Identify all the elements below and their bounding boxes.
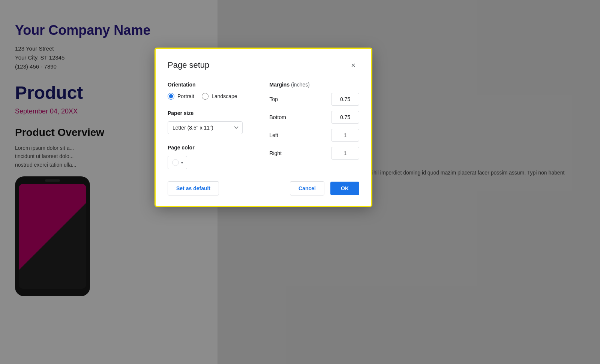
margin-top-input[interactable] [331,93,359,106]
margins-label-text: Margins [270,82,290,88]
left-section: Orientation Portrait Landscape Paper siz… [168,82,258,169]
paper-size-label: Paper size [168,110,258,116]
margin-left-row: Left [270,129,360,142]
dialog-footer: Set as default Cancel OK [168,181,359,195]
margin-left-label: Left [270,132,288,138]
portrait-label: Portrait [177,93,194,99]
dialog-body: Orientation Portrait Landscape Paper siz… [168,82,359,169]
cancel-button[interactable]: Cancel [290,181,324,195]
dialog-header: Page setup × [168,59,359,71]
page-color-group: Page color ▾ [168,145,258,169]
orientation-group: Portrait Landscape [168,93,258,100]
orientation-label: Orientation [168,82,258,88]
margin-top-row: Top [270,93,360,106]
margin-top-label: Top [270,96,288,102]
page-setup-dialog: Page setup × Orientation Portrait Landsc… [156,49,371,206]
landscape-option[interactable]: Landscape [202,93,237,100]
margins-heading: Margins (inches) [270,82,360,88]
color-dropdown-arrow: ▾ [181,161,183,165]
right-section: Margins (inches) Top Bottom Left Right [270,82,360,169]
color-circle [172,159,179,166]
portrait-radio[interactable] [168,93,174,100]
margin-bottom-input[interactable] [331,111,359,124]
page-color-label: Page color [168,145,258,151]
paper-size-group: Paper size Letter (8.5" x 11") A4 (8.27"… [168,110,258,134]
dialog-title: Page setup [168,60,209,70]
portrait-option[interactable]: Portrait [168,93,194,100]
close-button[interactable]: × [347,59,359,71]
margins-unit: (inches) [291,82,310,88]
margin-left-input[interactable] [331,129,359,142]
margin-right-input[interactable] [331,147,359,160]
paper-size-select[interactable]: Letter (8.5" x 11") A4 (8.27" x 11.69") … [168,121,243,134]
landscape-radio[interactable] [202,93,208,100]
landscape-label: Landscape [212,93,237,99]
set-default-button[interactable]: Set as default [168,181,219,195]
margin-bottom-row: Bottom [270,111,360,124]
margin-right-label: Right [270,150,288,156]
margin-right-row: Right [270,147,360,160]
page-color-button[interactable]: ▾ [168,156,187,169]
margin-bottom-label: Bottom [270,114,288,120]
ok-button[interactable]: OK [330,182,359,195]
